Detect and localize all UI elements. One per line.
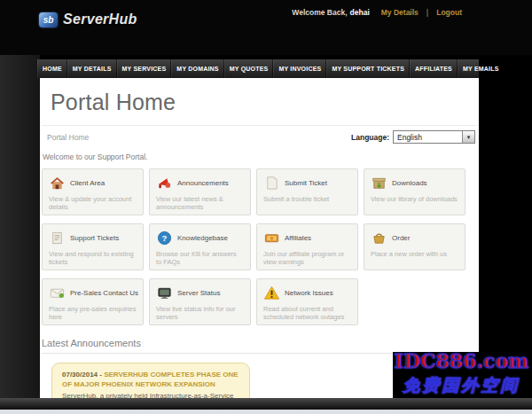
svg-text:?: ? (162, 233, 168, 243)
nav-item-my-emails[interactable]: MY EMAILS (458, 59, 505, 78)
nav-item-my-support-tickets[interactable]: MY SUPPORT TICKETS (326, 59, 410, 78)
logo-badge-icon: sb (39, 12, 58, 27)
logo-text: ServerHub (63, 12, 137, 27)
watermark-url: IDC886.com (391, 349, 532, 372)
announcement-separator: - (99, 371, 102, 379)
shortcut-support-tickets[interactable]: Support Tickets View and respond to exis… (42, 223, 144, 270)
shortcut-server-status[interactable]: Server Status View live status info for … (149, 278, 251, 325)
shortcut-knowledgebase[interactable]: ? Knowledgebase Browse our KB for answer… (149, 223, 251, 270)
monitor-icon (156, 285, 173, 301)
nav-item-my-details[interactable]: MY DETAILS (67, 59, 117, 78)
shortcut-announcements[interactable]: Announcements View our latest news & ann… (149, 168, 251, 215)
language-picker: Language: English ▼ (351, 130, 475, 144)
dropdown-arrow-icon[interactable]: ▼ (462, 131, 474, 143)
shortcut-order[interactable]: Order Place a new order with us (364, 223, 466, 270)
breadcrumb-row: Portal Home Language: English ▼ (40, 126, 479, 147)
nav-item-home[interactable]: HOME (37, 59, 67, 78)
link-separator: | (426, 8, 428, 17)
shortcut-client-area[interactable]: Client Area View & update your account d… (42, 168, 144, 215)
basket-icon (371, 230, 387, 246)
language-select[interactable]: English ▼ (393, 130, 475, 144)
portal-page: sb ServerHub Welcome Back, dehai My Deta… (0, 0, 532, 414)
question-icon: ? (156, 230, 173, 246)
breadcrumb[interactable]: Portal Home (47, 133, 89, 142)
nav-item-my-domains[interactable]: MY DOMAINS (171, 59, 223, 78)
username: dehai (350, 8, 370, 17)
account-links: Welcome Back, dehai My Details | Logout (292, 8, 462, 17)
nav-item-affiliates[interactable]: AFFILIATES (410, 59, 458, 78)
shortcut-downloads[interactable]: Downloads View our library of downloads (364, 168, 466, 215)
nav-item-my-services[interactable]: MY SERVICES (117, 59, 172, 78)
footer-strip (0, 410, 532, 414)
watermark-caption: 免费国外空间 (391, 374, 532, 397)
footer-band (0, 398, 532, 410)
shortcut-presales-contact[interactable]: Pre-Sales Contact Us Place any pre-sales… (42, 278, 144, 325)
warning-icon (263, 285, 280, 301)
announcement-date: 07/30/2014 (62, 371, 98, 379)
serverhub-logo[interactable]: sb ServerHub (39, 12, 137, 27)
welcome-back-text: Welcome Back, (292, 8, 347, 17)
language-label: Language: (351, 133, 389, 142)
shortcut-affiliates[interactable]: Affiliates Join our affiliate program or… (256, 223, 358, 270)
notes-icon (49, 230, 66, 246)
my-details-link[interactable]: My Details (381, 8, 419, 17)
envelope-icon (49, 285, 66, 301)
house-icon (49, 175, 66, 191)
welcome-message: Welcome to our Support Portal. (43, 152, 479, 161)
left-margin (0, 55, 40, 399)
package-icon (371, 175, 387, 191)
nav-item-my-quotes[interactable]: MY QUOTES (224, 59, 274, 78)
shortcut-grid: Client Area View & update your account d… (40, 168, 477, 333)
top-header: sb ServerHub Welcome Back, dehai My Deta… (0, 0, 532, 55)
main-nav: HOME MY DETAILS MY SERVICES MY DOMAINS M… (37, 59, 479, 78)
language-value: English (394, 133, 422, 142)
megaphone-icon (156, 175, 173, 191)
nav-item-my-invoices[interactable]: MY INVOICES (273, 59, 326, 78)
page-title: Portal Home (51, 90, 479, 115)
logout-link[interactable]: Logout (436, 8, 462, 17)
shortcut-network-issues[interactable]: Network Issues Read about current and sc… (256, 278, 358, 325)
shortcut-submit-ticket[interactable]: Submit Ticket Submit a trouble ticket (256, 168, 358, 215)
paper-icon (263, 175, 280, 191)
money-icon (263, 230, 280, 246)
